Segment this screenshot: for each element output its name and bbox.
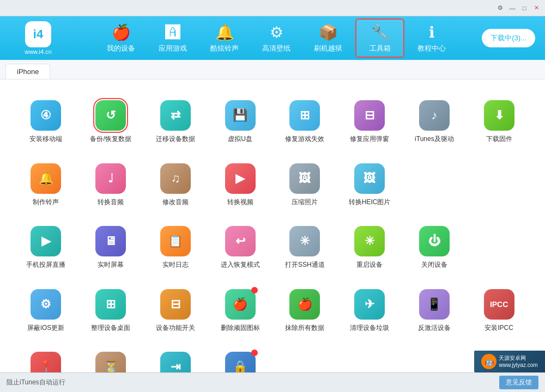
nav-icon-toolbox: 🔧 <box>371 23 390 41</box>
nav-icon-my-device: 🍎 <box>112 23 131 41</box>
tool-icon-convert-heic: 🖼 <box>354 163 385 194</box>
nav-label-toolbox: 工具箱 <box>370 44 391 53</box>
tool-item-screen-mirror[interactable]: ▶ 手机投屏直播 <box>16 222 76 274</box>
tool-icon-break-timelimit: ⏳ <box>95 352 126 372</box>
nav-icon-jailbreak: 📦 <box>319 23 338 41</box>
nav-icon-app-game: 🅰 <box>165 23 180 41</box>
logo-icon: i4 <box>25 21 51 47</box>
tool-item-compress-photo[interactable]: 🖼 压缩照片 <box>275 159 335 211</box>
tool-label-shutdown-device: 关闭设备 <box>421 261 447 270</box>
tool-item-virtual-location[interactable]: 📍 虚拟定位 <box>16 347 76 372</box>
tool-item-open-ssh[interactable]: ✳ 打开SSH通道 <box>275 222 335 274</box>
tool-item-clean-junk[interactable]: ✈ 清理设备垃圾 <box>340 285 399 337</box>
tool-label-realtime-log: 实时日志 <box>162 261 189 270</box>
tool-item-device-toggle[interactable]: ⊟ 设备功能开关 <box>146 285 205 337</box>
tool-item-convert-heic[interactable]: 🖼 转换HEIC图片 <box>340 159 399 211</box>
tool-label-compress-photo: 压缩照片 <box>292 198 318 207</box>
tool-item-migrate-data[interactable]: ⇄ 迁移设备数据 <box>146 96 205 148</box>
watermark-text: 天源安卓网 www.jytyaz.com <box>499 354 537 369</box>
nav-label-app-game: 应用游戏 <box>159 44 187 53</box>
tool-item-deactivate[interactable]: 📱 反激活设备 <box>405 285 464 337</box>
minimize-button[interactable]: — <box>508 4 517 13</box>
settings-icon[interactable]: ⚙ <box>496 4 505 13</box>
tool-icon-fix-popup: ⊟ <box>354 100 385 131</box>
nav-item-tutorial[interactable]: ℹ 教程中心 <box>407 19 456 58</box>
tool-item-make-ringtone[interactable]: 🔔 制作铃声 <box>16 159 76 211</box>
tool-icon-skip-setup: ⇥ <box>160 352 191 372</box>
nav-item-ringtone[interactable]: 🔔 酷炫铃声 <box>200 19 249 58</box>
nav-label-wallpaper: 高清壁纸 <box>262 44 290 53</box>
tool-icon-convert-video: ▶ <box>225 163 256 194</box>
download-button[interactable]: 下载中(3)... <box>482 29 535 47</box>
tab-iphone[interactable]: iPhone <box>5 64 50 79</box>
tool-label-convert-audio: 转换音频 <box>98 198 124 207</box>
nav-item-app-game[interactable]: 🅰 应用游戏 <box>148 19 197 58</box>
tool-icon-device-toggle: ⊟ <box>160 289 191 320</box>
tool-icon-deactivate: 📱 <box>419 289 450 320</box>
tool-item-realtime-log[interactable]: 📋 实时日志 <box>146 222 205 274</box>
main-content: ④ 安装移动端 ↺ 备份/恢复数据 ⇄ 迁移设备数据 💾 虚拟U盘 <box>0 79 545 372</box>
tool-label-edit-audio: 修改音频 <box>162 198 189 207</box>
tool-icon-manage-desktop: ⊞ <box>95 289 126 320</box>
tool-item-convert-video[interactable]: ▶ 转换视频 <box>210 159 270 211</box>
tool-icon-realtime-log: 📋 <box>160 226 191 256</box>
tool-icon-shutdown-device: ⏻ <box>419 226 450 256</box>
tool-item-edit-audio[interactable]: ♫ 修改音频 <box>146 159 205 211</box>
nav-item-toolbox[interactable]: 🔧 工具箱 <box>355 19 404 58</box>
tool-item-backup-guide[interactable]: 🔒 备份引导区数据 <box>210 347 270 372</box>
tool-label-block-ios-update: 屏蔽iOS更新 <box>27 324 64 333</box>
tool-icon-restart-device: ✳ <box>354 226 385 256</box>
tool-empty <box>469 222 529 274</box>
tool-icon-itunes-driver: ♪ <box>419 100 450 131</box>
tool-item-recovery-mode[interactable]: ↩ 进入恢复模式 <box>210 222 270 274</box>
nav-item-jailbreak[interactable]: 📦 刷机越狱 <box>304 19 353 58</box>
tool-label-convert-video: 转换视频 <box>227 198 253 207</box>
tool-label-delete-icon: 删除顽固图标 <box>221 324 260 333</box>
tool-item-install-mobile[interactable]: ④ 安装移动端 <box>16 96 76 148</box>
titlebar-controls: ⚙ — □ ✕ <box>496 4 541 13</box>
tool-item-manage-desktop[interactable]: ⊞ 整理设备桌面 <box>81 285 141 337</box>
tool-item-virtual-udisk[interactable]: 💾 虚拟U盘 <box>210 96 270 148</box>
tool-label-backup-restore: 备份/恢复数据 <box>90 135 131 144</box>
nav-item-wallpaper[interactable]: ⚙ 高清壁纸 <box>252 19 301 58</box>
tool-item-realtime-screen[interactable]: 🖥 实时屏幕 <box>81 222 141 274</box>
tool-label-screen-mirror: 手机投屏直播 <box>26 261 65 270</box>
tool-icon-backup-restore: ↺ <box>95 100 126 131</box>
tool-label-deactivate: 反激活设备 <box>418 324 451 333</box>
tool-item-backup-restore[interactable]: ↺ 备份/恢复数据 <box>81 96 141 148</box>
tool-item-convert-audio[interactable]: ♩ 转换音频 <box>81 159 141 211</box>
tool-item-shutdown-device[interactable]: ⏻ 关闭设备 <box>405 222 464 274</box>
tool-item-skip-setup[interactable]: ⇥ 跳过设置向导 <box>146 347 205 372</box>
tool-item-install-ipcc[interactable]: IPCC 安装IPCC <box>469 285 529 337</box>
nav-label-my-device: 我的设备 <box>107 44 135 53</box>
nav-item-my-device[interactable]: 🍎 我的设备 <box>96 19 146 58</box>
tool-item-fix-popup[interactable]: ⊟ 修复应用弹窗 <box>340 96 399 148</box>
tool-icon-convert-audio: ♩ <box>95 163 126 194</box>
tool-empty <box>405 159 464 211</box>
tool-item-fix-game[interactable]: ⊞ 修复游戏失效 <box>275 96 335 148</box>
tool-item-erase-all[interactable]: 🍎 抹除所有数据 <box>275 285 335 337</box>
block-itunes-button[interactable]: 阻止iTunes自动运行 <box>7 378 65 387</box>
tool-icon-recovery-mode: ↩ <box>225 226 256 256</box>
tool-item-download-firmware[interactable]: ⬇ 下载固件 <box>469 96 529 148</box>
tool-item-block-ios-update[interactable]: ⚙ 屏蔽iOS更新 <box>16 285 76 337</box>
feedback-button[interactable]: 意见反馈 <box>499 376 538 389</box>
tool-item-break-timelimit[interactable]: ⏳ 破解时间限额 <box>81 347 141 372</box>
maximize-button[interactable]: □ <box>520 4 529 13</box>
close-button[interactable]: ✕ <box>532 4 541 13</box>
tools-grid: ④ 安装移动端 ↺ 备份/恢复数据 ⇄ 迁移设备数据 💾 虚拟U盘 <box>16 90 529 372</box>
tool-empty <box>469 159 529 211</box>
tool-icon-realtime-screen: 🖥 <box>95 226 126 256</box>
tool-icon-compress-photo: 🖼 <box>289 163 320 194</box>
tool-icon-download-firmware: ⬇ <box>484 100 514 131</box>
tool-icon-migrate-data: ⇄ <box>160 100 191 131</box>
tool-icon-delete-icon: 🍎 <box>225 289 256 320</box>
bottom-bar: 阻止iTunes自动运行 意见反馈 <box>0 372 545 392</box>
tool-item-delete-icon[interactable]: 🍎 删除顽固图标 <box>210 285 270 337</box>
tool-item-itunes-driver[interactable]: ♪ iTunes及驱动 <box>405 96 464 148</box>
tool-label-migrate-data: 迁移设备数据 <box>156 135 195 144</box>
nav-icon-tutorial: ℹ <box>429 23 435 41</box>
tool-item-restart-device[interactable]: ✳ 重启设备 <box>340 222 399 274</box>
badge-indicator <box>251 350 258 356</box>
tool-label-realtime-screen: 实时屏幕 <box>98 261 124 270</box>
